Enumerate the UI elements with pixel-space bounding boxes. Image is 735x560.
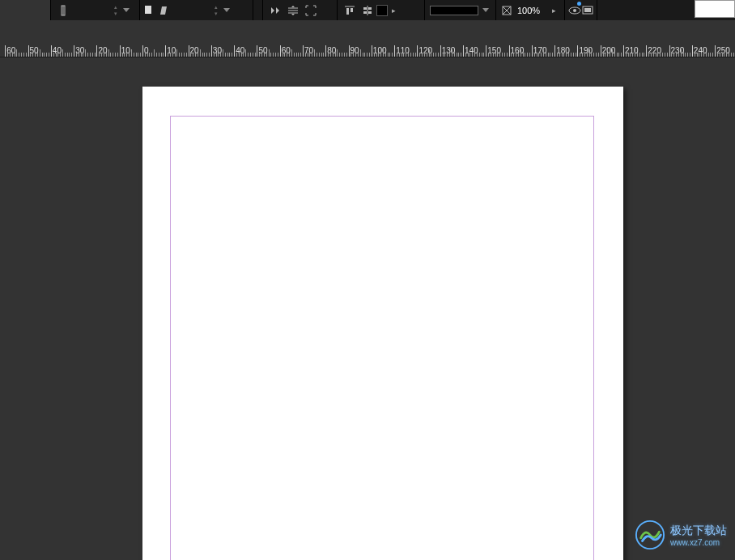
toolbar-group-zoom: 100% ▸ bbox=[496, 0, 565, 20]
vertical-text-icon[interactable] bbox=[54, 2, 72, 19]
small-char-icon bbox=[143, 2, 155, 19]
svg-rect-11 bbox=[368, 7, 372, 10]
font-size-spinner[interactable]: ▴ ▾ bbox=[111, 4, 121, 17]
fill-color-swatch[interactable] bbox=[376, 5, 388, 16]
preview-mode-icon[interactable] bbox=[568, 2, 581, 19]
corner-frame-icon[interactable] bbox=[302, 2, 320, 19]
screen-mode-icon[interactable] bbox=[581, 2, 593, 19]
svg-rect-20 bbox=[584, 8, 591, 12]
svg-rect-13 bbox=[368, 11, 372, 14]
distribute-top-icon[interactable] bbox=[341, 2, 359, 19]
toolbar-group-target bbox=[0, 0, 51, 20]
italic-icon[interactable] bbox=[155, 2, 172, 19]
leading-spinner[interactable]: ▴ ▾ bbox=[211, 4, 221, 17]
zoom-expand-icon[interactable]: ▸ bbox=[548, 2, 559, 19]
font-size-dropdown-icon[interactable] bbox=[121, 2, 132, 19]
font-size-field[interactable] bbox=[72, 2, 111, 19]
stroke-dropdown-icon[interactable] bbox=[480, 2, 491, 19]
ruler-area: 6050403020100102030405060708090100110120… bbox=[0, 20, 735, 57]
zoom-field[interactable]: 100% bbox=[514, 2, 548, 19]
toolbar-group-distribute: ▸ bbox=[338, 0, 425, 20]
color-expand-icon[interactable]: ▸ bbox=[388, 2, 399, 19]
distribute-center-icon[interactable] bbox=[359, 2, 376, 19]
align-tab-left-icon[interactable] bbox=[266, 2, 284, 19]
canvas-area[interactable] bbox=[0, 57, 735, 560]
toolbar-group-leading: ▴ ▾ bbox=[140, 0, 253, 20]
top-toolbar: ▴ ▾ ▴ ▾ bbox=[0, 0, 735, 20]
svg-rect-7 bbox=[346, 8, 349, 15]
toolbar-group-view bbox=[565, 0, 597, 20]
toolbar-group-text-orient: ▴ ▾ bbox=[51, 0, 140, 20]
horizontal-ruler[interactable]: 6050403020100102030405060708090100110120… bbox=[0, 43, 735, 57]
fit-page-icon[interactable] bbox=[499, 2, 514, 19]
search-input[interactable] bbox=[695, 0, 735, 18]
svg-rect-12 bbox=[363, 11, 367, 14]
svg-rect-10 bbox=[363, 7, 367, 10]
svg-rect-8 bbox=[351, 8, 353, 12]
margin-guide bbox=[170, 116, 594, 560]
stroke-style-preview[interactable] bbox=[430, 6, 478, 15]
leading-dropdown-icon[interactable] bbox=[221, 2, 232, 19]
toolbar-group-stroke bbox=[425, 0, 496, 20]
svg-point-18 bbox=[573, 9, 576, 12]
svg-rect-2 bbox=[145, 6, 151, 14]
leading-field[interactable] bbox=[172, 2, 211, 19]
toolbar-group-spacer bbox=[253, 0, 263, 20]
toolbar-group-align bbox=[263, 0, 338, 20]
baseline-grid-icon[interactable] bbox=[284, 2, 302, 19]
